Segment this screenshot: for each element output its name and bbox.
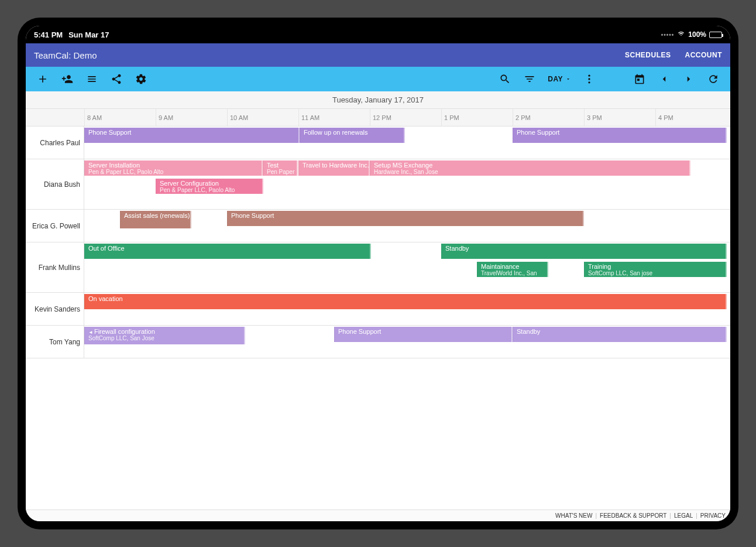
hour-label: 2 PM: [513, 109, 584, 126]
calendar-event[interactable]: On vacation: [84, 294, 727, 309]
calendar-area: Tuesday, January 17, 2017 8 AM9 AM10 AM1…: [26, 91, 730, 510]
person-name: Frank Mullins: [26, 242, 84, 292]
footer-whatsnew[interactable]: WHAT'S NEW: [555, 512, 592, 519]
hour-label: 1 PM: [441, 109, 513, 126]
event-track[interactable]: Server InstallationPen & Paper LLC, Paol…: [84, 159, 730, 209]
view-mode-select[interactable]: DAY: [543, 75, 576, 83]
today-button[interactable]: [628, 68, 651, 90]
svg-point-1: [588, 78, 590, 80]
wifi-icon: [677, 30, 685, 39]
toolbar: DAY: [26, 67, 730, 91]
screen: 5:41 PM Sun Mar 17 ••••• 100% TeamCal: D…: [26, 26, 730, 521]
person-row: Frank MullinsOut of OfficeStandbyMaintai…: [26, 242, 730, 293]
calendar-event[interactable]: TrainingSoftComp LLC, San jose: [584, 262, 727, 277]
calendar-event[interactable]: Standby: [513, 327, 727, 342]
add-button[interactable]: [32, 68, 54, 90]
battery-percent: 100%: [688, 30, 706, 39]
date-header: Tuesday, January 17, 2017: [26, 91, 730, 109]
hour-label: 4 PM: [655, 109, 727, 126]
next-button[interactable]: [678, 68, 700, 90]
app-title: TeamCal: Demo: [34, 50, 611, 60]
calendar-event[interactable]: Phone Support: [227, 211, 584, 226]
calendar-event[interactable]: Phone Support: [84, 128, 300, 143]
person-name: Kevin Sanders: [26, 293, 84, 325]
prev-button[interactable]: [653, 68, 675, 90]
add-person-button[interactable]: [56, 68, 78, 90]
person-row: Diana BushServer InstallationPen & Paper…: [26, 159, 730, 210]
app-header: TeamCal: Demo SCHEDULES ACCOUNT: [26, 43, 730, 67]
calendar-event[interactable]: Standby: [441, 244, 727, 259]
view-mode-label: DAY: [548, 75, 563, 83]
calendar-event[interactable]: MaintainanceTravelWorld Inc., San: [477, 262, 548, 277]
device-status-bar: 5:41 PM Sun Mar 17 ••••• 100%: [26, 26, 730, 43]
calendar-event[interactable]: Assist sales (renewals): [120, 211, 191, 228]
footer-feedback[interactable]: FEEDBACK & SUPPORT: [600, 512, 666, 519]
more-button[interactable]: [578, 68, 600, 90]
settings-button[interactable]: [130, 68, 152, 90]
calendar-event[interactable]: Phone Support: [513, 128, 727, 143]
status-time: 5:41 PM: [34, 30, 63, 39]
refresh-button[interactable]: [702, 68, 724, 90]
tablet-frame: 5:41 PM Sun Mar 17 ••••• 100% TeamCal: D…: [18, 18, 738, 529]
hour-label: 8 AM: [84, 109, 156, 126]
event-track[interactable]: Phone SupportFollow up on renewalsPhone …: [84, 127, 730, 159]
resource-button[interactable]: [81, 68, 103, 90]
calendar-event[interactable]: Out of Office: [84, 244, 371, 259]
hour-label: 10 AM: [227, 109, 298, 126]
battery-icon: [709, 32, 722, 38]
time-header: 8 AM9 AM10 AM11 AM12 PM1 PM2 PM3 PM4 PM: [26, 109, 730, 127]
hour-label: 11 AM: [298, 109, 370, 126]
footer-legal[interactable]: LEGAL: [674, 512, 693, 519]
calendar-event[interactable]: Follow up on renewals: [300, 128, 405, 143]
share-button[interactable]: [105, 68, 128, 90]
person-name: Diana Bush: [26, 159, 84, 209]
calendar-event[interactable]: Server ConfigurationPen & Paper LLC, Pao…: [156, 179, 263, 194]
name-column-header: [26, 109, 84, 126]
search-button[interactable]: [494, 68, 516, 90]
schedule-rows: Charles PaulPhone SupportFollow up on re…: [26, 127, 730, 510]
event-track[interactable]: On vacation: [84, 293, 730, 325]
calendar-event[interactable]: Setup MS ExchangeHardware Inc., San Jose: [370, 160, 690, 176]
person-row: Charles PaulPhone SupportFollow up on re…: [26, 127, 730, 159]
calendar-event[interactable]: TestPen Paper: [263, 160, 298, 176]
footer-privacy[interactable]: PRIVACY: [700, 512, 726, 519]
calendar-event[interactable]: Server InstallationPen & Paper LLC, Paol…: [84, 160, 263, 176]
schedules-link[interactable]: SCHEDULES: [625, 51, 671, 59]
event-track[interactable]: Firewall configurationSoftComp LLC, San …: [84, 326, 730, 358]
calendar-event[interactable]: Travel to Hardware Inc.: [298, 160, 370, 176]
svg-point-0: [588, 75, 590, 77]
person-row: Kevin SandersOn vacation: [26, 293, 730, 326]
footer: WHAT'S NEW | FEEDBACK & SUPPORT | LEGAL …: [26, 510, 730, 521]
hour-label: 12 PM: [370, 109, 441, 126]
calendar-event[interactable]: Phone Support: [334, 327, 513, 342]
account-link[interactable]: ACCOUNT: [685, 51, 723, 59]
hour-label: 3 PM: [584, 109, 655, 126]
filter-button[interactable]: [518, 68, 541, 90]
event-track[interactable]: Out of OfficeStandbyMaintainanceTravelWo…: [84, 242, 730, 292]
status-date: Sun Mar 17: [68, 30, 109, 39]
person-row: Tom YangFirewall configurationSoftComp L…: [26, 326, 730, 358]
date-label: Tuesday, January 17, 2017: [332, 95, 424, 104]
person-row: Erica G. PowellAssist sales (renewals)Ph…: [26, 210, 730, 242]
event-track[interactable]: Assist sales (renewals)Phone Support: [84, 210, 730, 242]
calendar-event[interactable]: Firewall configurationSoftComp LLC, San …: [84, 327, 245, 344]
person-name: Tom Yang: [26, 326, 84, 358]
chevron-down-icon: [565, 76, 571, 82]
person-name: Erica G. Powell: [26, 210, 84, 242]
hour-label: 9 AM: [156, 109, 227, 126]
person-name: Charles Paul: [26, 127, 84, 159]
signal-dots-icon: •••••: [661, 32, 675, 38]
svg-point-2: [588, 81, 590, 83]
